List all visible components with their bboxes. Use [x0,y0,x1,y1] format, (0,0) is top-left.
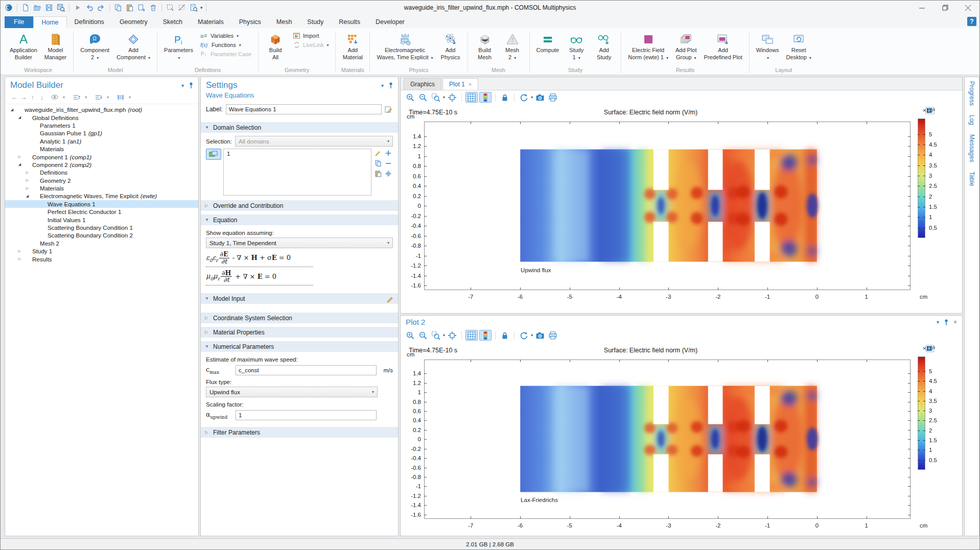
caret-down-icon[interactable]: ▾ [443,333,445,338]
close-button[interactable] [956,1,979,15]
study1-button[interactable]: Study1 ▾ [563,30,590,66]
section-numerical-parameters[interactable]: ▼ Numerical Parameters [201,341,398,352]
tree-item-scattering-boundary-condition-2[interactable]: Scattering Boundary Condition 2 [5,231,198,239]
zoom-out-button[interactable] [417,92,429,103]
section-model-input[interactable]: ▼ Model Input [201,293,398,304]
study-combo[interactable]: Study 1, Time Dependent ▾ [206,237,393,248]
menu-tab-sketch[interactable]: Sketch [155,16,190,28]
pin-icon[interactable] [388,82,394,89]
minus-icon[interactable] [384,159,393,168]
tree-expander-icon[interactable]: ▷ [25,171,30,175]
tree-item-materials[interactable]: Materials [5,145,198,153]
tree-item-perfect-electric-conductor-1[interactable]: Perfect Electric Conductor 1 [5,208,198,216]
tree-item-wave-equations-1[interactable]: Wave Equations 1 [5,200,198,208]
tree-item-waveguide-iris-filter-upwind-flux-mph[interactable]: ◢waveguide_iris_filter_upwind_flux.mph(r… [5,106,198,113]
close-plot-icon[interactable]: × [953,319,957,326]
section-material-properties[interactable]: ▷ Material Properties [201,327,398,338]
flux-type-combo[interactable]: Upwind flux ▾ [206,387,378,397]
tree-item-study-1[interactable]: ▷Study 1 [5,247,198,255]
app-builder-button[interactable]: AApplicationBuilder [7,30,40,66]
save-search-button[interactable] [56,3,66,13]
param-case-button[interactable]: PiParameter Case [198,50,253,58]
plot2-canvas[interactable]: Time=4.75E-10 sSurface: Electric field n… [401,342,962,536]
select-box-button[interactable] [165,3,175,13]
add-component-button[interactable]: AddComponent ▾ [113,30,153,66]
close-tab-icon[interactable]: × [469,81,472,87]
compute-button[interactable]: Compute [533,30,563,66]
add-study-button[interactable]: AddStudy [591,30,617,66]
show-eye-button[interactable] [51,92,59,102]
panel-menu-caret-icon[interactable]: ▾ [937,319,939,325]
model-manager-button[interactable]: ModelManager [41,30,69,66]
print-button[interactable] [547,330,558,341]
refresh-button[interactable] [518,330,529,341]
efn-button[interactable]: Electric FieldNorm (ewte) 1 ▾ [625,30,671,66]
list-expand-button[interactable] [95,92,103,102]
zoom-in-button[interactable] [405,92,416,103]
tree-item-mesh-2[interactable]: Mesh 2 [5,240,198,247]
duplicate-button[interactable] [136,3,147,13]
zoom-box-button[interactable] [430,330,441,341]
tree-expander-icon[interactable]: ▷ [17,257,22,261]
import-button[interactable]: Import [291,32,331,40]
comsol-logo-button[interactable] [4,3,14,13]
tree-expander-icon[interactable]: ◢ [25,194,30,198]
zoom-out-button[interactable] [417,330,429,341]
section-filter-parameters[interactable]: ▷ Filter Parameters [201,427,398,438]
zoom-extents-button[interactable] [447,92,458,103]
tree-expander-icon[interactable]: ◢ [17,162,22,166]
edit-pencil-icon[interactable] [386,295,394,302]
tree-expander-icon[interactable]: ▷ [25,178,30,182]
delete-button[interactable] [148,3,158,13]
zoomto-icon[interactable] [384,169,393,178]
menu-tab-file[interactable]: File [5,16,33,28]
add-physics-button[interactable]: AddPhysics [437,30,464,66]
arrow-right-button[interactable]: → [19,92,28,102]
menu-tab-developer[interactable]: Developer [368,16,412,28]
section-coordinate-system[interactable]: ▷ Coordinate System Selection [201,313,398,323]
rename-icon[interactable] [385,106,393,113]
functions-button[interactable]: f(x)Functions▾ [198,41,253,49]
colorbar-ic-button[interactable] [479,92,492,103]
caret-down-icon[interactable]: ▾ [443,95,445,100]
add-material-button[interactable]: AddMaterial [339,30,366,66]
panel-menu-caret-icon[interactable]: ▾ [181,83,184,88]
windows-button[interactable]: Windows▾ [753,30,782,66]
tree-item-global-definitions[interactable]: ◢Global Definitions [5,113,198,121]
zoom-box-button[interactable] [430,92,441,103]
copy-button[interactable] [113,3,123,13]
pin-icon[interactable] [943,319,949,326]
variables-button[interactable]: a=Variables▾ [198,32,253,40]
active-selection-button[interactable] [206,149,221,160]
caret-down-icon[interactable]: ▾ [531,95,533,100]
dock-tab-table[interactable]: Table [968,172,975,186]
emw-button[interactable]: ElectromagneticWaves, Time Explicit ▾ [374,30,436,66]
lock-button[interactable] [499,92,510,103]
section-override[interactable]: ▷ Override and Contribution [201,200,398,211]
tree-item-electromagnetic-waves-time-explicit[interactable]: ◢Electromagnetic Waves, Time Explicit(ew… [5,192,198,200]
lock-button[interactable] [499,330,510,341]
caret-down-icon[interactable]: ▾ [200,5,203,10]
component2-button[interactable]: ΩComponent2 ▾ [77,30,112,66]
build-all-button[interactable]: BuildAll [262,30,289,66]
label-input[interactable]: Wave Equations 1 [226,104,382,114]
graphics-tab-graphics[interactable]: Graphics [404,78,441,90]
menu-tab-mesh[interactable]: Mesh [269,16,300,28]
paste-button[interactable] [125,3,135,13]
dock-tab-progress[interactable]: Progress [968,81,975,106]
zoom-in-button[interactable] [405,330,416,341]
arrow-left-button[interactable]: ← [10,92,18,102]
undo-button[interactable] [84,3,95,13]
print-button[interactable] [547,92,558,103]
menu-tab-physics[interactable]: Physics [231,16,269,28]
dock-tab-log[interactable]: Log [968,115,975,125]
menu-tab-study[interactable]: Study [299,16,331,28]
new-file-button[interactable] [20,3,31,13]
columns-button[interactable] [116,92,125,102]
tree-item-analytic-1[interactable]: Analytic 1(an1) [5,137,198,145]
menu-tab-materials[interactable]: Materials [190,16,231,28]
colorbar-ic-button[interactable] [479,330,492,341]
plot-surface[interactable]: Upwind flux [424,122,911,290]
tree-item-component-1[interactable]: ▷Component 1(comp1) [5,153,198,160]
save-button[interactable] [44,3,54,13]
